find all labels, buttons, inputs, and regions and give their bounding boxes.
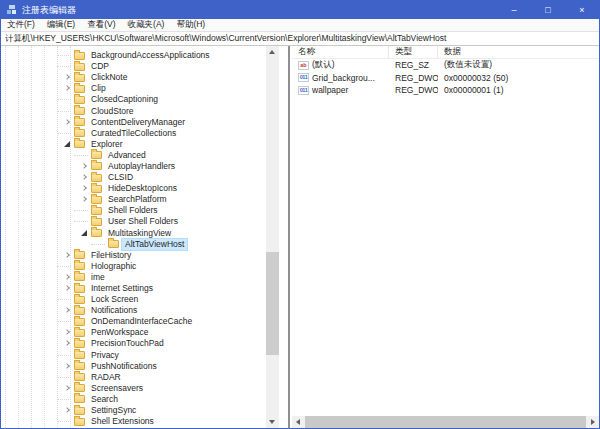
close-button[interactable]: × [565,1,599,19]
tree-item-user-shell-folders[interactable]: User Shell Folders [1,216,266,227]
expander-collapsed-icon[interactable] [63,250,74,261]
tree-item-ondemandinterfacecache[interactable]: OnDemandInterfaceCache [1,316,266,327]
tree-item-label: Lock Screen [88,294,141,305]
expander-collapsed-icon[interactable] [63,83,74,94]
menu-item-[interactable]: 查看(V) [81,19,121,31]
tree-item-closedcaptioning[interactable]: ClosedCaptioning [1,94,266,105]
tree-item-label: RADAR [88,372,124,383]
expander-collapsed-icon[interactable] [63,327,74,338]
tree-item-searchplatform[interactable]: SearchPlatform [1,194,266,205]
tree-item-internet-settings[interactable]: Internet Settings [1,283,266,294]
tree-item-precisiontouchpad[interactable]: PrecisionTouchPad [1,338,266,349]
expander-collapsed-icon[interactable] [63,283,74,294]
column-header-0[interactable]: 名称 [292,46,389,58]
values-horizontal-scrollbar[interactable] [292,416,599,428]
expander-collapsed-icon[interactable] [63,338,74,349]
expander-collapsed-icon[interactable] [63,405,74,416]
folder-icon [91,196,102,204]
expander-collapsed-icon[interactable] [80,183,91,194]
value-row-grid-backgrou[interactable]: 011Grid_backgrou...REG_DWORD0x00000032 (… [292,72,599,85]
value-name: Grid_backgrou... [312,73,375,83]
expander-collapsed-icon[interactable] [63,272,74,283]
scroll-left-arrow-icon[interactable] [292,416,305,428]
tree-item-label: BackgroundAccessApplications [88,50,213,61]
tree-item-cloudstore[interactable]: CloudStore [1,105,266,116]
menu-item-[interactable]: 收藏夹(A) [122,19,171,31]
tree-item-backgroundaccessapplications[interactable]: BackgroundAccessApplications [1,50,266,61]
tree-item-advanced[interactable]: Advanced [1,150,266,161]
tree-item-contentdeliverymanager[interactable]: ContentDeliveryManager [1,117,266,128]
folder-icon [91,207,102,215]
tree-item-notifications[interactable]: Notifications [1,305,266,316]
expander-collapsed-icon[interactable] [63,117,74,128]
expander-collapsed-icon[interactable] [63,305,74,316]
tree-item-cdp[interactable]: CDP [1,61,266,72]
menu-item-[interactable]: 编辑(E) [41,19,81,31]
tree-item-shell-folders[interactable]: Shell Folders [1,205,266,216]
tree-item-label: ClickNote [88,72,130,83]
value-row-[interactable]: ab(默认)REG_SZ(数值未设置) [292,59,599,72]
expander-collapsed-icon[interactable] [80,194,91,205]
value-row-wallpaper[interactable]: 011wallpaperREG_DWORD0x00000001 (1) [292,84,599,97]
horizontal-scrollbar-thumb[interactable] [305,416,586,428]
tree-item-label: FileHistory [88,250,134,261]
tree-item-explorer[interactable]: Explorer [1,139,266,150]
scroll-down-arrow-icon[interactable] [266,416,279,428]
tree-connector [63,94,74,105]
column-header-1[interactable]: 类型 [389,46,438,58]
scroll-up-arrow-icon[interactable] [266,46,279,58]
window-controls: – □ × [497,1,599,19]
folder-icon [74,129,85,137]
tree-item-curatedtilecollections[interactable]: CuratedTileCollections [1,128,266,139]
tree-item-label: SearchPlatform [105,194,170,205]
tree-item-multitaskingview[interactable]: MultitaskingView [1,228,266,239]
tree-item-shell-extensions[interactable]: Shell Extensions [1,416,266,427]
tree-item-hidedesktopicons[interactable]: HideDesktopIcons [1,183,266,194]
expander-collapsed-icon[interactable] [80,172,91,183]
expander-collapsed-icon[interactable] [63,383,74,394]
scroll-right-arrow-icon[interactable] [586,416,599,428]
menu-item-[interactable]: 文件(F) [1,19,41,31]
tree-item-penworkspace[interactable]: PenWorkspace [1,327,266,338]
tree-item-screensavers[interactable]: Screensavers [1,383,266,394]
minimize-button[interactable]: – [497,1,531,19]
tree-vertical-scrollbar[interactable] [266,46,279,428]
main-area: BackgroundAccessApplicationsCDPClickNote… [1,46,599,428]
tree-item-search[interactable]: Search [1,394,266,405]
tree-item-privacy[interactable]: Privacy [1,350,266,361]
tree-item-autoplayhandlers[interactable]: AutoplayHandlers [1,161,266,172]
tree-item-alttabviewhost[interactable]: AltTabViewHost [1,239,266,250]
tree-item-label: AutoplayHandlers [105,161,178,172]
tree-connector [63,416,74,427]
tree-item-filehistory[interactable]: FileHistory [1,250,266,261]
expander-expanded-icon[interactable] [80,228,91,239]
expander-collapsed-icon[interactable] [63,72,74,83]
pane-splitter[interactable] [279,46,292,428]
tree-item-pushnotifications[interactable]: PushNotifications [1,361,266,372]
tree-item-label: Clip [88,83,109,94]
vertical-scrollbar-thumb[interactable] [266,252,279,355]
tree-item-label: CuratedTileCollections [88,128,179,139]
value-data: 0x00000001 (1) [438,85,599,95]
tree-item-ime[interactable]: ime [1,272,266,283]
address-input[interactable] [1,32,599,45]
tree-item-clip[interactable]: Clip [1,83,266,94]
tree-item-holographic[interactable]: Holographic [1,261,266,272]
tree-item-lock-screen[interactable]: Lock Screen [1,294,266,305]
tree-item-clicknote[interactable]: ClickNote [1,72,266,83]
tree-item-clsid[interactable]: CLSID [1,172,266,183]
expander-collapsed-icon[interactable] [80,161,91,172]
menu-item-[interactable]: 帮助(H) [170,19,211,31]
values-rows: ab(默认)REG_SZ(数值未设置)011Grid_backgrou...RE… [292,59,599,97]
tree-item-label: CloudStore [88,106,137,117]
folder-icon [74,340,85,348]
folder-icon [74,273,85,281]
expander-expanded-icon[interactable] [63,139,74,150]
tree-item-settingsync[interactable]: SettingSync [1,405,266,416]
column-header-2[interactable]: 数据 [438,46,599,58]
tree-item-radar[interactable]: RADAR [1,372,266,383]
tree-item-label: User Shell Folders [105,216,181,227]
expander-collapsed-icon[interactable] [63,361,74,372]
tree-item-label: ContentDeliveryManager [88,117,188,128]
maximize-button[interactable]: □ [531,1,565,19]
